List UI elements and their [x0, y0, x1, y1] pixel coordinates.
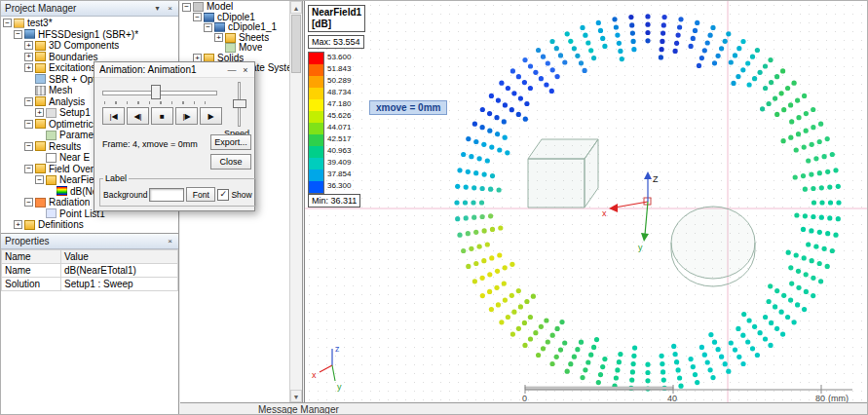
nearfield-dot	[536, 353, 541, 358]
tree-item-hfssdesign1-sbr[interactable]: −HFSSDesign1 (SBR+)*	[1, 29, 178, 41]
nearfield-dot	[811, 293, 815, 298]
tree-item-label: Near E	[59, 152, 90, 164]
tree-item-cdipole1-1[interactable]: −cDipole1_1	[180, 22, 302, 33]
nearfield-dot	[723, 361, 728, 366]
nearfield-dot	[774, 74, 779, 79]
nearfield-dot	[789, 282, 794, 286]
collapse-icon[interactable]: −	[182, 3, 191, 12]
nearfield-dot	[836, 216, 841, 221]
triad-z-label: z	[335, 344, 340, 354]
play-button[interactable]: ▶	[200, 107, 222, 125]
export-button[interactable]: Export...	[210, 134, 251, 150]
expand-icon[interactable]: +	[24, 53, 33, 61]
nearfield-dot	[629, 22, 634, 27]
step-forward-button[interactable]: |▶	[175, 107, 198, 125]
scroll-up-icon[interactable]: ▲	[290, 1, 302, 14]
nearfield-dot	[747, 318, 752, 322]
collapse-icon[interactable]: −	[24, 97, 33, 106]
nearfield-dot	[524, 101, 529, 106]
nearfield-dot	[480, 214, 485, 219]
panel-menu-icon[interactable]: ▾	[151, 4, 164, 13]
nearfield-dot	[522, 80, 527, 85]
scrollbar-thumb[interactable]	[291, 15, 301, 73]
expand-icon[interactable]: +	[214, 33, 223, 42]
show-checkbox[interactable]: ✓	[217, 189, 229, 201]
nearfield-dot	[632, 346, 637, 351]
minimize-icon[interactable]: —	[225, 65, 239, 75]
tree-item-label: Boundaries	[49, 52, 98, 63]
nearfield-dot	[487, 129, 492, 133]
seek-start-button[interactable]: |◀	[102, 107, 125, 125]
collapse-icon[interactable]: −	[3, 19, 12, 27]
collapse-icon[interactable]: −	[204, 23, 212, 32]
tree-item-move[interactable]: Move	[180, 43, 302, 54]
nearfield-dot	[802, 255, 807, 260]
property-row[interactable]: SolutionSetup1 : Sweep	[2, 278, 178, 291]
nearfield-dot	[828, 200, 833, 205]
nearfield-dot	[489, 94, 494, 98]
nearfield-dot	[631, 47, 636, 52]
nearfield-dot	[482, 172, 487, 177]
close-button[interactable]: Close	[210, 154, 251, 170]
tree-item-3d-components[interactable]: +3D Components	[1, 40, 178, 52]
solid-box[interactable]	[528, 139, 598, 208]
nearfield-dot	[786, 250, 791, 255]
background-color-button[interactable]	[149, 188, 184, 202]
close-icon[interactable]: ×	[239, 65, 252, 75]
nearfield-dot	[489, 255, 494, 260]
nearfield-dot	[804, 111, 809, 116]
nearfield-dot	[461, 152, 466, 157]
viewport-3d[interactable]: x y Z z x y 0	[304, 1, 868, 402]
tree-item-cdipole1[interactable]: −cDipole1	[180, 13, 302, 23]
nearfield-dot	[544, 82, 548, 87]
legend-min: Min: 36.311	[308, 194, 360, 208]
tree-item-definitions[interactable]: +Definitions	[1, 219, 178, 231]
expand-icon[interactable]: +	[24, 63, 33, 72]
scroll-down-icon[interactable]: ▼	[290, 390, 302, 402]
speed-slider[interactable]	[231, 82, 246, 127]
expand-icon[interactable]: +	[35, 108, 44, 117]
triad-x-label: x	[312, 370, 317, 380]
slider-thumb[interactable]	[151, 85, 161, 99]
nearfield-dot	[457, 233, 462, 238]
tree-item-test3[interactable]: −test3*	[1, 18, 178, 29]
nearfield-dot	[817, 170, 822, 175]
collapse-icon[interactable]: −	[193, 13, 202, 21]
collapse-icon[interactable]: −	[14, 30, 22, 39]
panel-title: Project Manager	[5, 3, 151, 14]
property-value: dB(NearETotal1)	[61, 264, 178, 278]
model-tree-scrollbar[interactable]: ▲ ▼	[289, 1, 302, 402]
close-icon[interactable]: ×	[164, 4, 176, 13]
folder-icon	[35, 52, 46, 61]
collapse-icon[interactable]: −	[24, 198, 33, 207]
speed-thumb[interactable]	[233, 99, 246, 108]
nearfield-dot	[833, 168, 838, 172]
step-back-button[interactable]: ◀|	[127, 107, 149, 125]
close-icon[interactable]: ×	[164, 237, 176, 245]
collapse-icon[interactable]: −	[35, 175, 44, 184]
property-row[interactable]: NamedB(NearETotal1)	[2, 264, 178, 278]
tree-item-sheets[interactable]: +Sheets	[180, 33, 302, 44]
nearfield-dot	[471, 200, 475, 205]
dialog-titlebar[interactable]: Animation: Animation1 — ×	[94, 62, 254, 78]
nearfield-dot	[747, 82, 752, 87]
nearfield-dot	[645, 378, 650, 383]
colorbar-tick-label: 40.963	[327, 145, 351, 157]
nearfield-dot	[825, 170, 830, 174]
tree-item-model[interactable]: −Model	[180, 2, 302, 13]
solid-cylinder[interactable]	[671, 207, 755, 286]
frame-slider[interactable]	[102, 84, 217, 99]
colorbar-tick-label: 48.734	[327, 87, 351, 98]
expand-icon[interactable]: +	[24, 41, 33, 50]
stop-button[interactable]: ■	[151, 107, 173, 125]
collapse-icon[interactable]: −	[24, 142, 33, 151]
nearfield-dot	[510, 68, 515, 73]
expand-icon[interactable]: +	[14, 220, 22, 229]
nearfield-dot	[498, 225, 503, 230]
message-manager-bar[interactable]: Message Manager	[180, 402, 868, 415]
nearfield-dot	[695, 380, 699, 385]
collapse-icon[interactable]: −	[24, 165, 33, 173]
project-manager-header: Project Manager ▾ ×	[1, 1, 178, 17]
collapse-icon[interactable]: −	[24, 120, 33, 129]
font-button[interactable]: Font	[186, 187, 215, 202]
